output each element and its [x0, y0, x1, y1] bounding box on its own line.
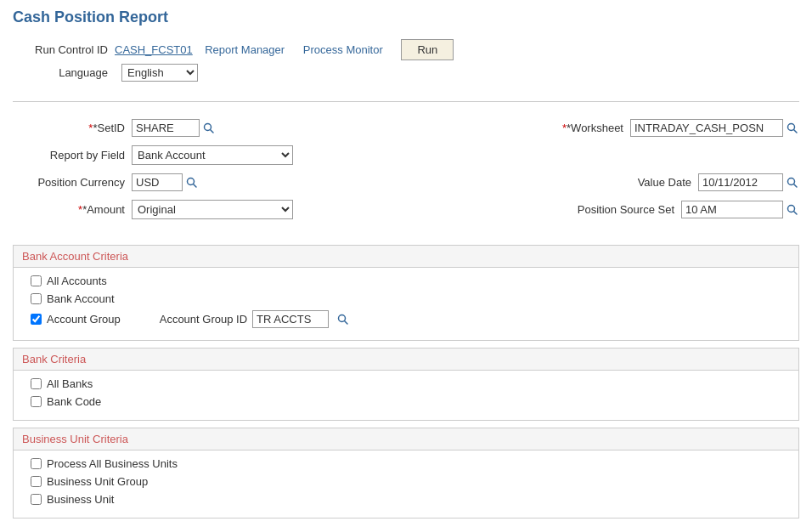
- value-date-label: Value Date: [596, 176, 698, 189]
- account-group-label: Account Group: [47, 313, 121, 326]
- bank-code-row: Bank Code: [31, 395, 781, 408]
- all-banks-checkbox[interactable]: [31, 378, 42, 389]
- position-currency-search-icon[interactable]: [185, 176, 199, 190]
- svg-line-1: [211, 129, 214, 133]
- process-all-label: Process All Business Units: [47, 457, 178, 470]
- business-unit-criteria-section: Business Unit Criteria Process All Busin…: [13, 428, 799, 518]
- process-all-row: Process All Business Units: [31, 457, 781, 470]
- business-unit-criteria-body: Process All Business Units Business Unit…: [14, 450, 798, 518]
- business-unit-label: Business Unit: [47, 493, 114, 506]
- business-unit-group-checkbox[interactable]: [31, 476, 42, 487]
- svg-line-9: [794, 211, 798, 214]
- language-select[interactable]: English French Spanish: [121, 64, 198, 82]
- setid-worksheet-row: *SetID *Worksheet: [13, 119, 799, 137]
- process-monitor-link[interactable]: Process Monitor: [303, 43, 383, 56]
- position-currency-value-date-row: Position Currency Value Date: [13, 173, 799, 191]
- account-group-id-input[interactable]: [252, 310, 329, 328]
- bank-criteria-title: Bank Criteria: [22, 353, 86, 366]
- business-unit-group-row: Business Unit Group: [31, 475, 781, 488]
- process-all-checkbox[interactable]: [31, 458, 42, 469]
- svg-line-11: [345, 320, 348, 324]
- worksheet-input[interactable]: [630, 119, 783, 137]
- position-currency-input[interactable]: [132, 173, 183, 191]
- position-source-container: Position Source Set: [537, 201, 799, 218]
- bank-criteria-header: Bank Criteria: [14, 348, 798, 371]
- all-accounts-label: All Accounts: [47, 275, 107, 287]
- report-manager-link[interactable]: Report Manager: [205, 43, 285, 56]
- all-accounts-row: All Accounts: [31, 275, 781, 287]
- header-divider: [13, 101, 799, 102]
- bank-account-checkbox[interactable]: [31, 293, 42, 304]
- language-row: Language English French Spanish: [13, 64, 799, 82]
- run-control-line: Run Control ID CASH_FCST01 Report Manage…: [13, 39, 799, 60]
- amount-select[interactable]: Original Base Transaction: [132, 200, 293, 219]
- amount-label: *Amount: [13, 203, 132, 216]
- svg-line-5: [194, 184, 197, 187]
- position-source-set-input[interactable]: [681, 201, 783, 218]
- setid-input[interactable]: [132, 119, 200, 137]
- bank-criteria-body: All Banks Bank Code: [14, 371, 798, 420]
- business-unit-criteria-header: Business Unit Criteria: [14, 428, 798, 450]
- business-unit-checkbox[interactable]: [31, 494, 42, 505]
- all-banks-row: All Banks: [31, 377, 781, 390]
- setid-label: *SetID: [13, 122, 132, 134]
- account-group-id-label: Account Group ID: [160, 313, 247, 326]
- form-fields: *SetID *Worksheet Re: [13, 115, 799, 232]
- setid-search-icon[interactable]: [202, 122, 216, 135]
- run-control-id-value[interactable]: CASH_FCST01: [115, 43, 193, 56]
- bank-account-label: Bank Account: [47, 292, 115, 305]
- position-source-set-label: Position Source Set: [537, 203, 681, 216]
- business-unit-criteria-title: Business Unit Criteria: [22, 433, 128, 445]
- all-banks-label: All Banks: [47, 377, 93, 390]
- account-group-checkbox[interactable]: [31, 314, 42, 325]
- value-date-search-icon[interactable]: [786, 176, 799, 190]
- bank-account-criteria-title: Bank Account Criteria: [22, 250, 128, 263]
- bank-account-row: Bank Account: [31, 292, 781, 305]
- bank-account-criteria-body: All Accounts Bank Account Account Group …: [14, 268, 798, 340]
- page-title: Cash Position Report: [13, 8, 799, 26]
- bank-criteria-section: Bank Criteria All Banks Bank Code: [13, 348, 799, 421]
- report-by-field-row: Report by Field Bank Account Business Un…: [13, 145, 799, 165]
- business-unit-row: Business Unit: [31, 493, 781, 506]
- account-group-id-search-icon[interactable]: [336, 313, 350, 326]
- header-area: Run Control ID CASH_FCST01 Report Manage…: [13, 35, 799, 94]
- bank-account-criteria-section: Bank Account Criteria All Accounts Bank …: [13, 245, 799, 341]
- business-unit-group-label: Business Unit Group: [47, 475, 148, 488]
- worksheet-label: *Worksheet: [528, 122, 630, 134]
- value-date-container: Value Date: [596, 173, 799, 191]
- report-by-field-label: Report by Field: [13, 149, 132, 162]
- criteria-sections: Bank Account Criteria All Accounts Bank …: [13, 245, 799, 518]
- worksheet-container: *Worksheet: [528, 119, 799, 137]
- svg-line-7: [794, 184, 798, 187]
- position-currency-label: Position Currency: [13, 176, 132, 189]
- amount-position-source-row: *Amount Original Base Transaction Positi…: [13, 200, 799, 219]
- value-date-input[interactable]: [698, 173, 783, 191]
- run-button[interactable]: Run: [401, 39, 454, 60]
- report-by-field-select[interactable]: Bank Account Business Unit Bank Code: [132, 145, 293, 165]
- svg-line-3: [794, 129, 798, 133]
- worksheet-search-icon[interactable]: [786, 122, 799, 135]
- bank-account-criteria-header: Bank Account Criteria: [14, 246, 798, 268]
- bank-code-checkbox[interactable]: [31, 396, 42, 407]
- all-accounts-checkbox[interactable]: [31, 275, 42, 286]
- language-label: Language: [13, 66, 115, 79]
- bank-code-label: Bank Code: [47, 395, 101, 408]
- run-control-label: Run Control ID: [13, 43, 115, 56]
- position-source-search-icon[interactable]: [786, 203, 799, 217]
- account-group-row: Account Group Account Group ID: [31, 310, 781, 328]
